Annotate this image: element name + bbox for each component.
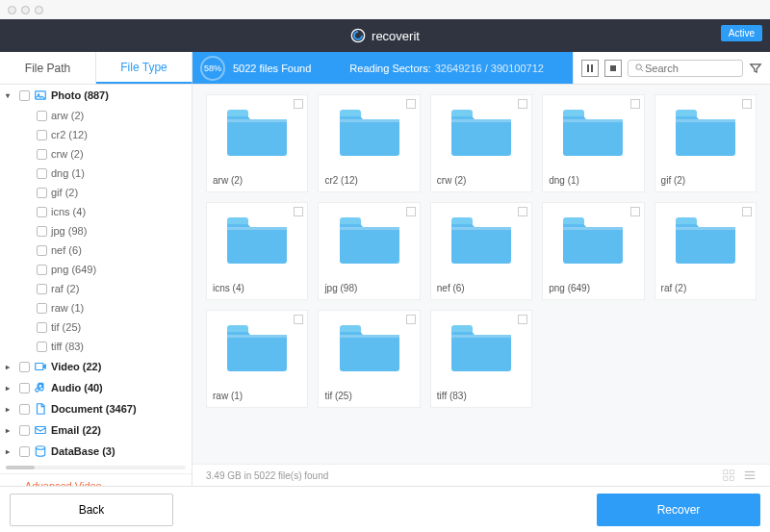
checkbox[interactable] [630,207,640,216]
checkbox[interactable] [518,99,527,109]
checkbox[interactable] [19,383,30,393]
folder-card[interactable]: crw (2) [430,94,532,192]
tree-child[interactable]: tiff (83) [0,337,192,356]
tree-child[interactable]: tif (25) [0,317,192,337]
checkbox[interactable] [406,315,416,324]
tree-child[interactable]: raf (2) [0,279,192,298]
svg-rect-1 [587,64,589,72]
checkbox[interactable] [19,425,30,436]
chevron-icon: ▸ [6,426,15,435]
checkbox[interactable] [37,245,47,256]
tree-child[interactable]: raw (1) [0,298,192,317]
folder-card[interactable]: jpg (98) [318,202,420,300]
tree-child[interactable]: png (649) [0,260,192,279]
close-dot[interactable] [8,6,16,14]
tree-child[interactable]: icns (4) [0,202,192,221]
svg-rect-21 [227,335,287,338]
pause-button[interactable] [581,60,599,77]
search-input[interactable] [645,63,732,74]
folder-card[interactable]: arw (2) [206,94,308,192]
checkbox[interactable] [406,207,416,216]
audio-icon [34,381,47,394]
folder-card[interactable]: raw (1) [206,310,308,408]
checkbox[interactable] [37,111,47,121]
checkbox[interactable] [294,99,303,109]
filter-icon[interactable] [749,62,762,75]
body: ▾ Photo (887)arw (2)cr2 (12)crw (2)dng (… [0,85,770,486]
folder-card[interactable]: gif (2) [654,94,757,192]
tree-child[interactable]: dng (1) [0,164,192,183]
stop-button[interactable] [604,60,622,77]
category-label: DataBase (3) [51,445,116,457]
checkbox[interactable] [518,207,527,216]
tree-category[interactable]: ▸ Video (22) [0,356,192,377]
tree-child[interactable]: arw (2) [0,106,192,125]
tree-child[interactable]: gif (2) [0,183,192,202]
advanced-video-recovery[interactable]: Advanced Video Recovery Advanced [0,473,192,486]
back-button[interactable]: Back [10,494,173,526]
active-badge[interactable]: Active [721,25,762,41]
checkbox[interactable] [37,207,47,217]
checkbox[interactable] [294,207,303,216]
min-dot[interactable] [21,6,30,14]
folder-icon [674,107,737,157]
tab-file-type[interactable]: File Type [96,52,192,84]
checkbox[interactable] [37,188,47,198]
app-logo: recoverit [350,28,420,43]
recover-button[interactable]: Recover [597,494,760,526]
checkbox[interactable] [37,342,47,352]
folder-card[interactable]: raf (2) [654,202,757,300]
tree-category[interactable]: ▸ Email (22) [0,419,192,441]
app-name: recoverit [372,29,420,43]
folder-card[interactable]: tiff (83) [430,310,532,408]
checkbox[interactable] [19,90,30,101]
svg-rect-18 [451,227,511,230]
checkbox[interactable] [19,446,30,457]
search-box[interactable] [628,60,743,77]
folder-card[interactable]: dng (1) [542,94,644,192]
tree-child[interactable]: crw (2) [0,144,192,164]
max-dot[interactable] [35,6,43,14]
folder-card[interactable]: cr2 (12) [318,94,420,192]
child-label: raf (2) [51,283,79,294]
checkbox[interactable] [37,226,47,237]
folder-card[interactable]: png (649) [542,202,644,300]
checkbox[interactable] [742,99,752,109]
photo-icon [34,89,47,102]
checkbox[interactable] [37,322,47,333]
tree-child[interactable]: jpg (98) [0,221,192,241]
tree-child[interactable]: nef (6) [0,241,192,260]
tree-category[interactable]: ▾ Photo (887) [0,85,192,106]
tree-category[interactable]: ▸ Document (3467) [0,398,192,419]
checkbox[interactable] [37,149,47,160]
folder-icon [449,215,513,265]
checkbox[interactable] [19,362,30,372]
tree-category[interactable]: ▸ Audio (40) [0,377,192,398]
checkbox[interactable] [37,284,47,294]
checkbox[interactable] [37,303,47,314]
checkbox[interactable] [294,315,303,324]
folder-card[interactable]: nef (6) [430,202,532,300]
folder-card[interactable]: icns (4) [206,202,308,300]
grid-view-icon[interactable] [722,469,735,482]
folder-card[interactable]: tif (25) [318,310,420,408]
checkbox[interactable] [19,404,30,415]
folder-label: icns (4) [213,283,244,293]
checkbox[interactable] [37,265,47,275]
sidebar: ▾ Photo (887)arw (2)cr2 (12)crw (2)dng (… [0,85,192,486]
sidebar-scroll[interactable] [6,466,186,469]
svg-rect-14 [563,119,623,122]
tree-category[interactable]: ▸ DataBase (3) [0,441,192,462]
checkbox[interactable] [630,99,640,109]
checkbox[interactable] [37,130,47,140]
tree-child[interactable]: cr2 (12) [0,125,192,144]
svg-rect-12 [340,119,399,122]
checkbox[interactable] [742,207,752,216]
checkbox[interactable] [518,315,527,324]
folder-icon [674,215,737,265]
list-view-icon[interactable] [743,469,757,482]
svg-rect-3 [610,65,616,71]
tab-file-path[interactable]: File Path [0,52,96,84]
checkbox[interactable] [37,168,47,179]
checkbox[interactable] [406,99,416,109]
